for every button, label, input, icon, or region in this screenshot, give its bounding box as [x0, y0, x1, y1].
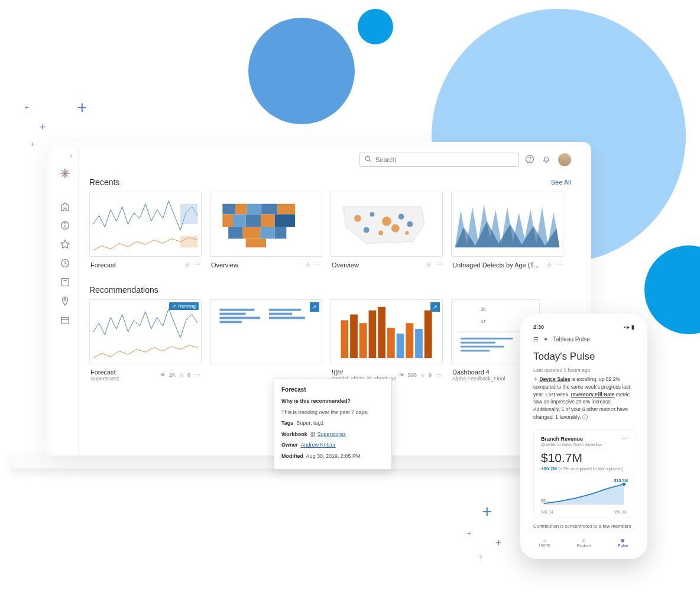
- metric-link-inventory-fill[interactable]: Inventory Fill Rate: [571, 392, 615, 398]
- nav-explore[interactable]: ◎ Explore: [564, 531, 603, 554]
- metric-subtitle: Quarter to date, North America: [541, 442, 601, 447]
- metric-value: $10.7M: [541, 451, 627, 465]
- more-icon[interactable]: ⋯: [194, 261, 200, 269]
- help-icon[interactable]: [525, 154, 534, 165]
- metric-title: Branch Revenue: [541, 436, 601, 442]
- favorite-star-icon[interactable]: ☆: [305, 261, 311, 269]
- recommendations-title: Recommendations: [89, 285, 158, 295]
- decor-plus-icon: +: [479, 553, 483, 561]
- more-icon[interactable]: ⋯: [315, 261, 321, 269]
- svg-rect-50: [350, 315, 358, 358]
- nav-home[interactable]: ⌂ Home: [525, 531, 564, 554]
- status-icons: ▪ ▸ ▮: [624, 324, 634, 330]
- recommendations-row: ↗ Trending Forecast Superstorez 👁2K ☆6 ⋯: [89, 299, 571, 382]
- bell-icon[interactable]: [542, 154, 551, 165]
- card-stats: 👁2K ☆6: [160, 372, 190, 378]
- more-icon[interactable]: ⋯: [621, 436, 627, 442]
- svg-point-41: [405, 231, 409, 235]
- info-icon[interactable]: [60, 220, 70, 231]
- desktop-frame: ›: [47, 142, 591, 455]
- search-icon: [365, 156, 372, 164]
- svg-text:38: 38: [481, 307, 485, 311]
- recommendation-card[interactable]: ↗ Trending Forecast Superstorez 👁2K ☆6 ⋯: [89, 299, 202, 382]
- expand-rail-button[interactable]: ›: [52, 151, 78, 160]
- svg-point-39: [391, 224, 400, 232]
- svg-rect-55: [397, 334, 404, 358]
- thumbnail-area-chart: [451, 192, 563, 257]
- tooltip-workbook-label: Workbook: [281, 431, 307, 437]
- calendar-icon[interactable]: [60, 315, 70, 325]
- svg-rect-28: [228, 227, 243, 239]
- favorite-star-icon[interactable]: ☆: [546, 261, 552, 269]
- recent-card[interactable]: Untriaged Defects by Age (Tabl… ☆ ⋯: [451, 192, 563, 269]
- shared-icon[interactable]: [60, 277, 70, 287]
- svg-rect-31: [275, 227, 287, 239]
- recommendation-card[interactable]: ↗ !()!# special_chars_in_sheet_names_del…: [330, 299, 443, 382]
- info-icon[interactable]: ⓘ: [582, 414, 588, 420]
- tooltip-owner-label: Owner: [281, 442, 298, 448]
- svg-rect-20: [247, 204, 262, 215]
- search-box[interactable]: [359, 153, 519, 167]
- pin-icon[interactable]: [60, 296, 70, 306]
- thumbnail-map-choropleth: [210, 192, 322, 257]
- pulse-icon: ▦: [621, 538, 625, 543]
- svg-rect-46: [269, 309, 301, 311]
- svg-rect-45: [219, 321, 241, 323]
- more-icon[interactable]: ⋯: [556, 261, 562, 269]
- more-icon[interactable]: ⋯: [435, 261, 442, 269]
- more-icon[interactable]: ⋯: [194, 371, 200, 379]
- svg-rect-18: [222, 204, 235, 215]
- svg-rect-58: [424, 311, 432, 358]
- nav-pulse[interactable]: ▦ Pulse: [604, 531, 643, 554]
- svg-rect-32: [246, 239, 266, 248]
- recents-title: Recents: [89, 177, 119, 187]
- metric-delta: +$0.7M (+7% compared to last quarter): [541, 466, 627, 471]
- search-input[interactable]: [375, 156, 514, 163]
- svg-rect-44: [219, 316, 260, 319]
- thumbnail-forecast: ↗ Trending: [89, 299, 202, 364]
- metric-sparkline: $10.7M $0: [541, 476, 627, 509]
- more-icon[interactable]: ⋯: [435, 371, 442, 379]
- sparkle-icon: ✧: [533, 376, 538, 382]
- metric-link-device-sales[interactable]: Device Sales: [539, 376, 570, 382]
- svg-point-33: [354, 215, 361, 222]
- star-icon[interactable]: [60, 239, 70, 250]
- metric-card-branch-revenue[interactable]: Branch Revenue Quarter to date, North Am…: [533, 429, 634, 518]
- favorite-star-icon[interactable]: ☆: [184, 261, 190, 269]
- favorite-star-icon[interactable]: ☆: [426, 261, 432, 269]
- home-icon[interactable]: [60, 201, 70, 212]
- svg-point-35: [382, 217, 391, 226]
- trending-badge: ↗ Trending: [169, 302, 199, 310]
- see-all-link[interactable]: See All: [551, 179, 571, 186]
- card-name: Overview: [332, 261, 422, 269]
- tooltip-workbook-link[interactable]: Superstorez: [317, 431, 346, 437]
- top-bar: [89, 153, 571, 167]
- thumbnail-map-bubbles: [330, 192, 443, 257]
- recent-card[interactable]: Overview ☆ ⋯: [330, 192, 443, 269]
- tooltip-why-label: Why is this recommended?: [281, 398, 351, 404]
- tooltip-owner-link[interactable]: Andrew Kritzer: [301, 442, 336, 448]
- recommendation-card[interactable]: ↗: [210, 299, 322, 382]
- card-name: Overview: [211, 261, 302, 269]
- svg-rect-57: [415, 329, 423, 358]
- decor-circle-right: [644, 245, 700, 334]
- status-time: 2:30: [533, 324, 544, 330]
- recent-card[interactable]: Forecast ☆ ⋯: [89, 192, 202, 269]
- compass-icon: ◎: [582, 538, 585, 543]
- favorite-star-icon: ☆: [420, 372, 425, 378]
- clock-icon[interactable]: [60, 258, 70, 269]
- svg-rect-52: [369, 311, 377, 358]
- svg-rect-42: [219, 309, 254, 311]
- decor-plus-icon: +: [31, 140, 35, 148]
- user-avatar[interactable]: [558, 153, 571, 166]
- decor-circle-small: [358, 9, 393, 44]
- phone-app-header: ☰ ✦ Tableau Pulse: [533, 336, 634, 342]
- svg-rect-53: [378, 307, 385, 358]
- menu-icon[interactable]: ☰: [533, 336, 539, 342]
- svg-rect-10: [61, 318, 69, 324]
- svg-rect-26: [261, 214, 275, 227]
- svg-point-34: [370, 212, 375, 217]
- svg-rect-29: [243, 227, 260, 239]
- svg-rect-21: [261, 204, 277, 215]
- recent-card[interactable]: Overview ☆ ⋯: [210, 192, 322, 269]
